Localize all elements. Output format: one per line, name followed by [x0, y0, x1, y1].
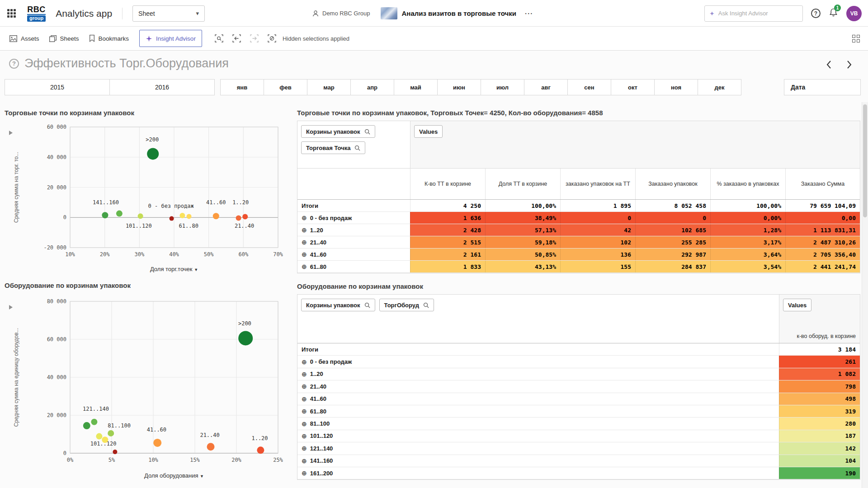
scatter-point[interactable] [213, 213, 219, 219]
pivot-cell[interactable]: 142 [779, 442, 860, 454]
dimension-chip[interactable]: ТоргОборуд [379, 299, 434, 311]
pivot-cell[interactable]: 284 837 [635, 261, 710, 272]
row-label[interactable]: ⊕41..60 [297, 393, 779, 405]
values-chip[interactable]: Values [783, 299, 811, 311]
pivot-cell[interactable]: 292 987 [635, 249, 710, 260]
more-options-button[interactable]: ⋯ [524, 8, 534, 19]
scatter-point[interactable] [102, 212, 108, 218]
pivot-cell[interactable]: 42 [560, 224, 635, 236]
pivot-cell[interactable]: 1 082 [779, 368, 860, 380]
row-label[interactable]: ⊕161..200 [297, 467, 779, 479]
scatter-point[interactable] [96, 433, 102, 440]
pivot-cell[interactable]: 43,13% [485, 261, 560, 272]
pivot-cell[interactable]: 1,28% [710, 224, 785, 236]
row-label[interactable]: ⊕101..120 [297, 430, 779, 442]
column-header[interactable]: К-во ТТ в корзине [410, 169, 485, 199]
pivot-cell[interactable]: 8 052 458 [635, 200, 710, 211]
pivot-cell[interactable]: 3,54% [710, 261, 785, 272]
row-label[interactable]: ⊕0 - без продаж [297, 356, 779, 367]
row-label[interactable]: ⊕61..80 [297, 261, 410, 272]
scatter-point[interactable] [242, 214, 248, 220]
scatter-point[interactable] [153, 439, 161, 447]
expand-row-icon[interactable]: ⊕ [302, 433, 307, 439]
workspace-button[interactable]: Demo RBC Group [312, 10, 370, 17]
pivot-cell[interactable]: 136 [560, 249, 635, 260]
column-header[interactable]: Заказано Сумма [785, 169, 860, 199]
search-input[interactable] [718, 10, 798, 17]
pivot-cell[interactable]: 2 487 310,26 [785, 236, 860, 248]
expand-row-icon[interactable]: ⊕ [302, 396, 307, 402]
tab-bookmarks[interactable]: Bookmarks [84, 27, 134, 51]
x-axis-title[interactable]: Доля торг.точек ▼ [150, 266, 198, 272]
scatter-point[interactable] [138, 213, 143, 219]
pivot-cell[interactable]: 190 [779, 467, 860, 479]
expand-row-icon[interactable]: ⊕ [302, 359, 307, 365]
pivot-cell[interactable]: 2 441 241,74 [785, 261, 860, 272]
column-header[interactable]: % заказано в упаковках [710, 169, 785, 199]
pivot-cell[interactable]: 0,00% [710, 212, 785, 224]
scatter-point[interactable] [83, 422, 90, 429]
pivot-cell[interactable]: 3 184 [779, 343, 860, 355]
filter-month-апр[interactable]: апр [350, 79, 394, 95]
filter-month-мар[interactable]: мар [307, 79, 351, 95]
row-label[interactable]: ⊕41..60 [297, 249, 410, 260]
filter-date-field[interactable]: Дата [784, 79, 861, 95]
filter-month-фев[interactable]: фев [264, 79, 307, 95]
pivot-cell[interactable]: 1 833 [410, 261, 485, 272]
expand-row-icon[interactable]: ⊕ [302, 215, 307, 221]
row-label[interactable]: ⊕1..20 [297, 224, 410, 236]
expand-row-icon[interactable]: ⊕ [302, 470, 307, 476]
filter-month-май[interactable]: май [394, 79, 438, 95]
tab-assets[interactable]: Assets [5, 27, 44, 51]
row-label[interactable]: ⊕141..160 [297, 455, 779, 467]
pivot-cell[interactable]: 3,64% [710, 249, 785, 260]
clear-selections-icon[interactable] [268, 34, 276, 42]
pivot-cell[interactable]: 1 636 [410, 212, 485, 224]
page-scrollbar[interactable] [862, 102, 868, 488]
scatter-chart-trade-points[interactable]: -20 000020 00040 00060 00010%20%30%40%50… [5, 121, 287, 277]
filter-year-2016[interactable]: 2016 [109, 79, 215, 95]
help-button[interactable]: ? [811, 9, 821, 18]
scatter-point[interactable] [238, 331, 253, 346]
pivot-cell[interactable]: 79 659 104,09 [785, 200, 860, 211]
expand-row-icon[interactable]: ⊕ [302, 227, 307, 233]
pivot-cell[interactable]: 319 [779, 405, 860, 417]
pivot-cell[interactable]: 104 [779, 455, 860, 467]
pivot-cell[interactable]: 1 895 [560, 200, 635, 211]
pivot-cell[interactable]: 187 [779, 430, 860, 442]
insight-advisor-search[interactable]: ✦ [704, 5, 803, 22]
row-label[interactable]: ⊕21..40 [297, 380, 779, 392]
pivot-cell[interactable]: 155 [560, 261, 635, 272]
expand-row-icon[interactable]: ⊕ [302, 445, 307, 451]
pivot-cell[interactable]: 255 285 [635, 236, 710, 248]
expand-row-icon[interactable]: ⊕ [302, 371, 307, 377]
pivot-cell[interactable]: 1 113 831,31 [785, 224, 860, 236]
pivot-cell[interactable]: 280 [779, 418, 860, 429]
expand-row-icon[interactable]: ⊕ [302, 408, 307, 414]
scatter-point[interactable] [91, 419, 97, 425]
tab-insight-advisor[interactable]: Insight Advisor [139, 30, 202, 47]
row-label[interactable]: Итоги [297, 200, 410, 211]
pivot-cell[interactable]: 798 [779, 380, 860, 392]
pivot-cell[interactable]: 2 428 [410, 224, 485, 236]
dimension-chip[interactable]: Торговая Точка [301, 141, 365, 154]
scatter-point[interactable] [113, 450, 117, 454]
pivot-cell[interactable]: 3,17% [710, 236, 785, 248]
scatter-point[interactable] [257, 446, 264, 454]
filter-month-янв[interactable]: янв [220, 79, 264, 95]
user-avatar[interactable]: VB [846, 6, 862, 21]
tab-sheets[interactable]: Sheets [44, 27, 84, 51]
filter-month-авг[interactable]: авг [524, 79, 568, 95]
expand-row-icon[interactable]: ⊕ [302, 251, 307, 258]
filter-month-ноя[interactable]: ноя [654, 79, 698, 95]
sheet-help-icon[interactable]: ? [9, 59, 19, 69]
row-label[interactable]: ⊕81..100 [297, 418, 779, 429]
pivot-cell[interactable]: 498 [779, 393, 860, 405]
pivot-cell[interactable]: 100,00% [710, 200, 785, 211]
expand-panel-icon[interactable] [9, 305, 13, 310]
row-label[interactable]: ⊕61..80 [297, 405, 779, 417]
scrollbar-thumb[interactable] [863, 104, 867, 217]
scatter-point[interactable] [179, 213, 185, 218]
pivot-cell[interactable]: 0 [560, 212, 635, 224]
scatter-point[interactable] [236, 216, 241, 221]
